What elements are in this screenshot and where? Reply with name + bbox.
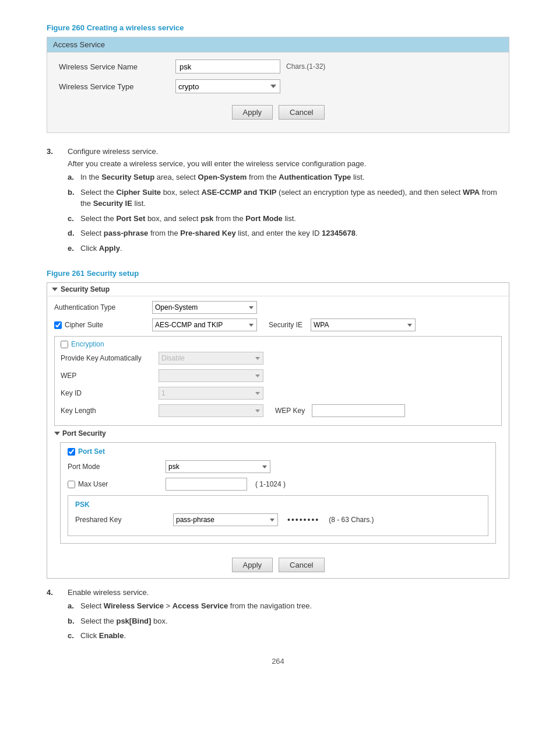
figure-261-section: Figure 261 Security setup Security Setup… bbox=[47, 269, 509, 579]
port-set-checkbox[interactable] bbox=[68, 448, 75, 456]
max-user-row: Max User ( 1-1024 ) bbox=[68, 478, 488, 491]
port-mode-select[interactable]: psk bbox=[166, 460, 270, 473]
wep-row: WEP bbox=[61, 369, 495, 382]
step-4-num: 4. bbox=[47, 588, 63, 645]
figure-260-section: Figure 260 Creating a wireless service A… bbox=[47, 23, 509, 133]
encryption-checkbox[interactable] bbox=[61, 341, 68, 348]
wep-label: WEP bbox=[61, 372, 154, 380]
cipher-suite-select[interactable]: AES-CCMP and TKIP bbox=[152, 318, 257, 331]
encryption-title: Encryption bbox=[61, 340, 495, 348]
sub-step-4b: b. Select the psk[Bind] box. bbox=[68, 615, 509, 627]
wep-key-input[interactable] bbox=[312, 404, 405, 417]
cipher-suite-row: Cipher Suite AES-CCMP and TKIP Security … bbox=[54, 318, 502, 331]
key-length-label: Key Length bbox=[61, 407, 154, 415]
figure-260-btn-row: Apply Cancel bbox=[59, 99, 497, 125]
port-triangle-icon bbox=[54, 432, 60, 435]
key-length-row: Key Length WEP Key bbox=[61, 404, 495, 417]
provide-key-row: Provide Key Automatically Disable bbox=[61, 352, 495, 365]
preshared-key-dots: •••••••• bbox=[287, 515, 319, 524]
max-user-label: Max User bbox=[68, 480, 161, 488]
auth-type-label: Authentication Type bbox=[54, 303, 147, 312]
sub-step-3a: a. In the Security Setup area, select Op… bbox=[68, 172, 509, 183]
encryption-box: Encryption Provide Key Automatically Dis… bbox=[54, 336, 502, 426]
figure-260-title: Figure 260 Creating a wireless service bbox=[47, 23, 509, 32]
port-set-box: Port Set Port Mode psk Max User bbox=[60, 442, 496, 544]
panel-body: Wireless Service Name Chars.(1-32) Wirel… bbox=[47, 52, 509, 132]
sub-label-3c: c. bbox=[68, 213, 77, 225]
preshared-key-row: Preshared Key pass-phrase •••••••• (8 - … bbox=[75, 513, 481, 526]
auth-type-select[interactable]: Open-System bbox=[152, 301, 257, 314]
wep-select[interactable] bbox=[159, 369, 263, 382]
page-number: 264 bbox=[47, 657, 509, 666]
sub-step-4c: c. Click Enable. bbox=[68, 630, 509, 642]
port-mode-label: Port Mode bbox=[68, 463, 161, 471]
security-setup-body: Authentication Type Open-System Cipher S… bbox=[47, 296, 509, 552]
max-user-hint: ( 1-1024 ) bbox=[255, 480, 286, 488]
panel-header: Access Service bbox=[47, 37, 509, 52]
max-user-input[interactable] bbox=[166, 478, 247, 491]
sub-step-3d: d. Select pass-phrase from the Pre-share… bbox=[68, 228, 509, 239]
max-user-checkbox[interactable] bbox=[68, 481, 75, 488]
cancel-button-260[interactable]: Cancel bbox=[279, 105, 324, 120]
provide-key-label: Provide Key Automatically bbox=[61, 354, 154, 362]
cipher-suite-label: Cipher Suite bbox=[54, 321, 147, 329]
step-3-text: Configure wireless service. bbox=[68, 147, 509, 156]
service-name-row: Wireless Service Name Chars.(1-32) bbox=[59, 60, 497, 74]
step-4-text: Enable wireless service. bbox=[68, 588, 509, 597]
security-ie-select[interactable]: WPA bbox=[311, 318, 416, 331]
service-type-label: Wireless Service Type bbox=[59, 82, 175, 91]
step-3-content: Configure wireless service. After you cr… bbox=[68, 147, 509, 257]
sub-step-4a: a. Select Wireless Service > Access Serv… bbox=[68, 600, 509, 612]
sub-label-3d: d. bbox=[68, 228, 77, 239]
step-3-subtext: After you create a wireless service, you… bbox=[68, 159, 509, 168]
preshared-key-label: Preshared Key bbox=[75, 516, 168, 524]
sub-label-3e: e. bbox=[68, 243, 77, 254]
psk-title: PSK bbox=[75, 501, 481, 509]
port-security-section: Port Security bbox=[54, 429, 502, 438]
provide-key-select[interactable]: Disable bbox=[159, 352, 263, 365]
figure-261-btn-row: Apply Cancel bbox=[47, 552, 509, 578]
security-ie-label: Security IE bbox=[269, 321, 302, 329]
key-length-select[interactable] bbox=[159, 404, 263, 417]
sub-step-3b: b. Select the Cipher Suite box, select A… bbox=[68, 187, 509, 209]
sub-label-3b: b. bbox=[68, 187, 77, 209]
chars-hint: Chars.(1-32) bbox=[286, 62, 325, 71]
auth-type-row: Authentication Type Open-System bbox=[54, 301, 502, 314]
sub-step-3c: c. Select the Port Set box, and select p… bbox=[68, 213, 509, 225]
port-set-title: Port Set bbox=[68, 447, 488, 456]
step-4-substeps: a. Select Wireless Service > Access Serv… bbox=[68, 600, 509, 642]
step-4: 4. Enable wireless service. a. Select Wi… bbox=[47, 588, 509, 645]
step-4-content: Enable wireless service. a. Select Wirel… bbox=[68, 588, 509, 645]
preshared-key-hint: (8 - 63 Chars.) bbox=[329, 516, 374, 524]
port-mode-row: Port Mode psk bbox=[68, 460, 488, 473]
key-id-select[interactable]: 1 bbox=[159, 387, 263, 400]
step-3-num: 3. bbox=[47, 147, 63, 257]
service-type-select[interactable]: crypto bbox=[175, 79, 280, 93]
psk-box: PSK Preshared Key pass-phrase •••••••• (… bbox=[68, 495, 488, 536]
step-3-substeps: a. In the Security Setup area, select Op… bbox=[68, 172, 509, 254]
apply-button-261[interactable]: Apply bbox=[232, 558, 273, 572]
key-id-label: Key ID bbox=[61, 389, 154, 397]
cipher-suite-checkbox[interactable] bbox=[54, 321, 62, 329]
security-setup-header: Security Setup bbox=[47, 283, 509, 296]
step-3: 3. Configure wireless service. After you… bbox=[47, 147, 509, 257]
sub-label-4b: b. bbox=[68, 615, 77, 627]
figure-260-panel: Access Service Wireless Service Name Cha… bbox=[47, 37, 509, 133]
cancel-button-261[interactable]: Cancel bbox=[279, 558, 324, 572]
triangle-icon bbox=[52, 288, 58, 291]
service-name-label: Wireless Service Name bbox=[59, 62, 175, 71]
figure-261-title: Figure 261 Security setup bbox=[47, 269, 509, 278]
key-id-row: Key ID 1 bbox=[61, 387, 495, 400]
sub-label-4a: a. bbox=[68, 600, 77, 612]
apply-button-260[interactable]: Apply bbox=[232, 105, 273, 120]
service-name-input[interactable] bbox=[175, 60, 280, 74]
service-type-row: Wireless Service Type crypto bbox=[59, 79, 497, 93]
sub-label-4c: c. bbox=[68, 630, 77, 642]
wep-key-label: WEP Key bbox=[275, 407, 305, 415]
security-setup-container: Security Setup Authentication Type Open-… bbox=[47, 282, 509, 579]
sub-label-3a: a. bbox=[68, 172, 77, 183]
sub-step-3e: e. Click Apply. bbox=[68, 243, 509, 254]
preshared-key-select[interactable]: pass-phrase bbox=[173, 513, 278, 526]
